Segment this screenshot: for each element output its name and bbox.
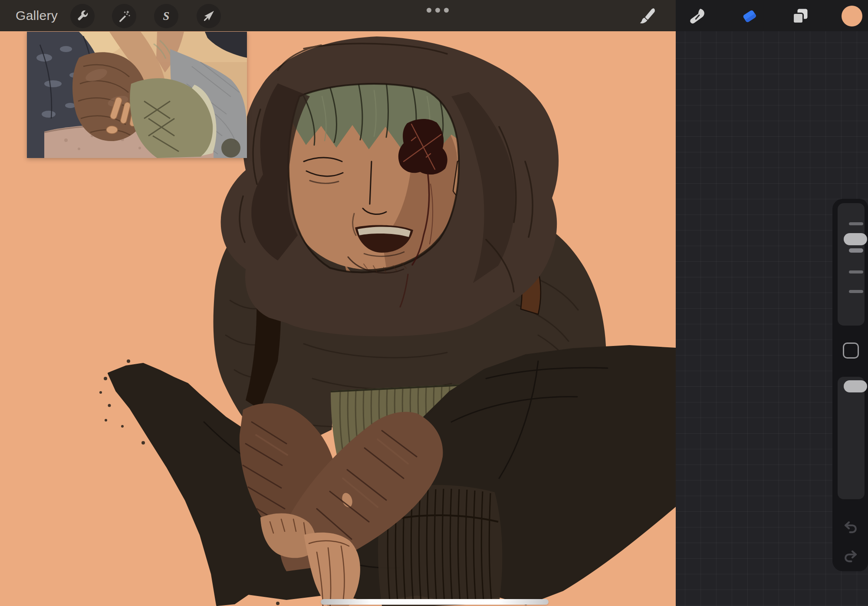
procreate-app: Gallery S <box>0 0 868 606</box>
canvas-options-button[interactable] <box>422 0 453 20</box>
brush-icon <box>638 6 658 26</box>
s-ribbon-icon: S <box>159 9 173 23</box>
paint-tool-button[interactable] <box>637 5 658 27</box>
smudge-tool-button[interactable] <box>687 5 709 27</box>
size-tick <box>849 290 863 293</box>
sidebar-panel <box>832 199 868 571</box>
actions-button[interactable] <box>70 4 95 28</box>
color-swatch-button[interactable] <box>841 5 863 27</box>
gallery-label: Gallery <box>16 8 58 23</box>
magic-wand-icon <box>117 9 131 23</box>
smudge-finger-icon <box>688 6 708 26</box>
home-indicator-bar[interactable] <box>321 599 549 605</box>
reference-photo-graphic <box>27 32 247 158</box>
size-thumb-tab <box>849 248 863 253</box>
undo-arrow-icon <box>842 519 859 536</box>
eraser-icon <box>740 6 760 26</box>
ellipsis-icon <box>427 8 431 13</box>
modify-button[interactable] <box>843 343 859 359</box>
redo-button[interactable] <box>842 548 859 565</box>
gallery-button[interactable]: Gallery <box>16 0 58 31</box>
transform-button[interactable] <box>197 4 221 28</box>
ellipsis-icon <box>435 8 440 13</box>
opacity-slider[interactable] <box>838 377 865 499</box>
selection-button[interactable]: S <box>154 4 178 28</box>
size-tick <box>849 270 863 273</box>
color-swatch-circle <box>842 6 862 26</box>
size-tick <box>849 222 863 225</box>
reference-image[interactable] <box>27 32 247 158</box>
ellipsis-icon <box>444 8 449 13</box>
arrow-cursor-icon <box>202 9 216 23</box>
wrench-icon <box>76 9 89 23</box>
layers-icon <box>790 6 810 26</box>
brush-size-slider[interactable] <box>838 203 865 326</box>
top-toolbar: Gallery S <box>0 0 868 31</box>
adjustments-button[interactable] <box>112 4 136 28</box>
size-slider-thumb[interactable] <box>844 233 867 245</box>
undo-button[interactable] <box>842 519 859 536</box>
erase-tool-button[interactable] <box>739 5 760 27</box>
drawing-canvas[interactable] <box>0 31 676 606</box>
layers-button[interactable] <box>789 5 811 27</box>
redo-arrow-icon <box>842 548 859 565</box>
opacity-slider-thumb[interactable] <box>844 380 867 392</box>
svg-text:S: S <box>163 10 170 23</box>
